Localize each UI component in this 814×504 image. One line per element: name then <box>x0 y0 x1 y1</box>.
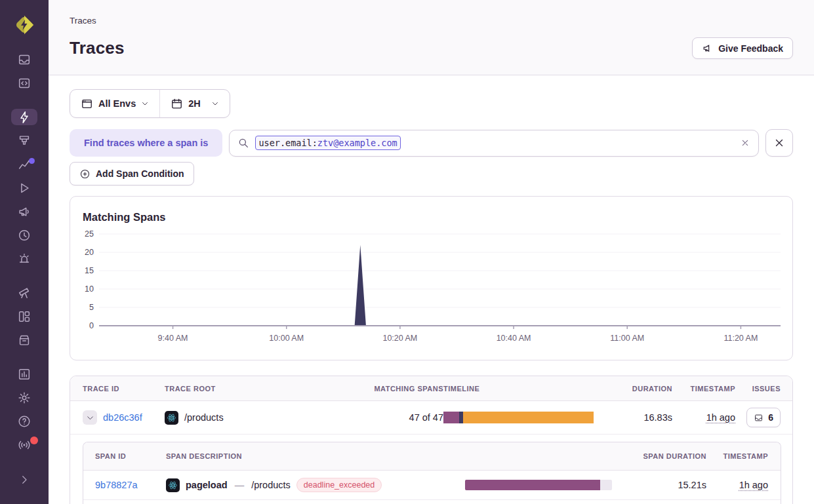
chevron-down-icon <box>141 100 149 107</box>
search-icon <box>237 137 249 149</box>
trace-timestamp[interactable]: 1h ago <box>706 412 735 423</box>
matching-spans-count: 47 of 47 <box>367 412 443 423</box>
col-timestamp: TIMESTAMP <box>672 385 735 393</box>
matching-spans-chart[interactable]: 05101520259:40 AM10:00 AM10:20 AM10:40 A… <box>83 230 783 348</box>
separator: — <box>234 480 246 490</box>
sidebar-item-whats-new[interactable] <box>11 437 37 454</box>
trace-row: db26c36f /products 47 <box>70 401 792 435</box>
spans-subtable: SPAN ID SPAN DESCRIPTION SPAN DURATION T… <box>83 442 781 504</box>
main-area: Traces Traces Give Feedback All Env <box>49 0 814 504</box>
add-span-condition-label: Add Span Condition <box>96 168 184 179</box>
col-span-description: SPAN DESCRIPTION <box>166 452 465 460</box>
broadcast-icon <box>17 438 31 452</box>
breadcrumb[interactable]: Traces <box>70 16 793 26</box>
sidebar-item-stats[interactable] <box>11 366 37 383</box>
sidebar-item-performance[interactable] <box>11 132 37 149</box>
trace-issues-button[interactable]: 6 <box>746 408 781 427</box>
span-id-link[interactable]: 9b78827a <box>95 480 138 490</box>
page-filter-bar: All Envs 2H <box>70 89 230 118</box>
give-feedback-button[interactable]: Give Feedback <box>692 37 793 59</box>
issues-icon <box>754 413 763 423</box>
react-platform-icon <box>165 411 178 425</box>
chevron-down-icon <box>211 100 219 107</box>
sidebar-collapse-button[interactable] <box>11 471 37 488</box>
sidebar-item-traces[interactable] <box>11 109 37 125</box>
traces-table: TRACE ID TRACE ROOT MATCHING SPANS TIMEL… <box>70 376 793 504</box>
svg-text:25: 25 <box>85 230 94 239</box>
sentry-logo-icon <box>12 13 36 37</box>
projects-icon <box>17 76 31 90</box>
whats-new-notification-dot <box>30 436 38 444</box>
performance-icon <box>17 134 31 148</box>
sidebar-item-discover[interactable] <box>11 285 37 301</box>
environment-selector[interactable]: All Envs <box>70 90 159 117</box>
archive-box-icon <box>17 333 31 347</box>
chevron-down-icon <box>86 414 94 422</box>
delete-condition-button[interactable] <box>765 129 793 157</box>
span-timestamp[interactable]: 1h ago <box>739 480 768 490</box>
sidebar-item-settings[interactable] <box>11 390 37 406</box>
col-timeline: TIMELINE <box>443 385 616 393</box>
add-span-condition-button[interactable]: Add Span Condition <box>70 162 194 185</box>
token-key: user.email: <box>258 138 317 148</box>
stats-icon <box>17 367 31 381</box>
span-search-input[interactable]: user.email:ztv@example.com <box>229 130 759 157</box>
gear-icon <box>17 391 31 405</box>
timerange-selector[interactable]: 2H <box>159 90 230 117</box>
traces-icon <box>17 110 31 125</box>
replays-icon <box>17 181 31 195</box>
window-icon <box>81 98 93 110</box>
react-platform-icon <box>166 478 180 492</box>
where-label-pill: Find traces where a span is <box>70 129 222 157</box>
megaphone-icon <box>702 43 713 54</box>
col-issues: ISSUES <box>735 385 781 393</box>
span-description: /products <box>251 480 291 490</box>
page-header: Traces Traces Give Feedback <box>49 0 814 75</box>
svg-text:9:40 AM: 9:40 AM <box>158 334 188 343</box>
svg-text:5: 5 <box>89 303 94 312</box>
megaphone-icon <box>17 204 31 219</box>
col-span-id: SPAN ID <box>95 452 166 460</box>
sidebar-item-dashboards[interactable] <box>11 309 37 325</box>
col-duration: DURATION <box>616 385 672 393</box>
sentry-logo[interactable] <box>12 13 36 37</box>
svg-text:20: 20 <box>85 248 94 257</box>
token-value: ztv@example.com <box>317 138 397 148</box>
sidebar-item-explore[interactable] <box>11 156 37 172</box>
span-op: pageload <box>186 480 228 490</box>
search-token[interactable]: user.email:ztv@example.com <box>255 136 400 150</box>
clear-search-button[interactable] <box>740 138 750 148</box>
sidebar-item-issues[interactable] <box>11 51 37 68</box>
chart-title: Matching Spans <box>83 211 780 223</box>
svg-text:10:20 AM: 10:20 AM <box>382 334 417 343</box>
span-status-badge: deadline_exceeded <box>296 478 382 492</box>
svg-text:11:00 AM: 11:00 AM <box>610 334 644 343</box>
trace-expand-button[interactable] <box>83 410 97 425</box>
sidebar-item-projects[interactable] <box>11 75 37 91</box>
page-content: All Envs 2H Find traces wher <box>49 75 814 504</box>
telescope-icon <box>17 286 31 300</box>
page-title: Traces <box>70 38 125 58</box>
sidebar-item-alerts[interactable] <box>11 251 37 267</box>
plus-circle-icon <box>79 168 91 180</box>
timeline-segment <box>463 412 594 423</box>
sidebar-item-releases[interactable] <box>11 332 37 349</box>
give-feedback-label: Give Feedback <box>718 43 783 54</box>
span-bar-fill <box>465 480 600 490</box>
trace-root-label: /products <box>184 412 224 423</box>
sidebar-item-history[interactable] <box>11 227 37 243</box>
trace-issues-count: 6 <box>768 412 773 423</box>
timeline-segment <box>443 412 459 423</box>
trace-id-link[interactable]: db26c36f <box>103 412 142 423</box>
col-matching-spans: MATCHING SPANS <box>367 385 443 393</box>
traces-table-header: TRACE ID TRACE ROOT MATCHING SPANS TIMEL… <box>70 376 792 401</box>
sidebar-item-help[interactable] <box>11 414 37 430</box>
sidebar-item-replays[interactable] <box>11 180 37 196</box>
svg-text:15: 15 <box>85 266 94 275</box>
sidebar-item-feedback[interactable] <box>11 203 37 220</box>
col-trace-id: TRACE ID <box>83 385 165 393</box>
close-icon <box>773 137 785 149</box>
siren-icon <box>17 252 31 266</box>
col-span-duration: SPAN DURATION <box>612 452 706 460</box>
svg-text:10: 10 <box>85 284 94 294</box>
